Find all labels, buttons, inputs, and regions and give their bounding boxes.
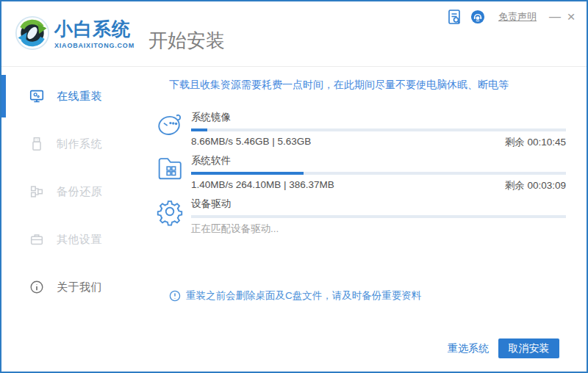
progress-fill (191, 172, 304, 175)
sidebar-item-make-system[interactable]: 制作系统 (1, 120, 148, 167)
exclamation-circle-icon (169, 290, 181, 302)
progress-bar (191, 172, 566, 175)
mascot-face-icon (154, 109, 185, 140)
progress-fill (191, 128, 207, 131)
backup-note: 重装之前会删除桌面及C盘文件，请及时备份重要资料 (169, 289, 421, 303)
task-row-system-image: 系统镜像 8.66MB/s 5.46GB | 5.63GB 剩余 00:10:4… (148, 108, 575, 151)
sidebar-item-label: 制作系统 (57, 137, 102, 151)
toolbox-icon (29, 231, 45, 247)
sidebar-item-other-settings[interactable]: 其他设置 (1, 216, 148, 263)
monitor-icon (29, 88, 45, 104)
gear-icon (154, 196, 185, 227)
minimize-button[interactable]: — (547, 9, 563, 25)
download-notice: 下载且收集资源需要耗费一点时间，在此期间尽量不要使电脑休眠、断电等 (169, 79, 581, 92)
progress-bar (191, 215, 566, 218)
task-remaining: 剩余 00:03:09 (505, 179, 566, 192)
brand-name: 小白系统 (54, 18, 135, 40)
brand-logo-icon (15, 15, 50, 51)
cancel-install-button[interactable]: 取消安装 (498, 338, 559, 358)
reselect-system-button[interactable]: 重选系统 (448, 342, 489, 355)
backup-blocks-icon (29, 184, 45, 200)
sidebar-item-label: 关于我们 (57, 280, 102, 294)
log-viewer-icon[interactable] (447, 9, 462, 25)
task-stats: 8.66MB/s 5.46GB | 5.63GB (191, 136, 311, 149)
brand-block: 小白系统 XIAOBAIXITONG.COM (54, 18, 135, 49)
header: 小白系统 XIAOBAIXITONG.COM 开始安装 (1, 1, 587, 67)
header-controls: 免责声明 — × (447, 8, 579, 26)
task-stats: 1.40MB/s 264.10MB | 386.37MB (191, 179, 334, 192)
task-name: 系统软件 (191, 151, 575, 167)
task-row-system-software: 系统软件 1.40MB/s 264.10MB | 386.37MB 剩余 00:… (148, 151, 575, 194)
sidebar-item-online-reinstall[interactable]: 在线重装 (1, 73, 148, 120)
disclaimer-link[interactable]: 免责声明 (498, 10, 537, 23)
task-name: 设备驱动 (191, 195, 575, 211)
task-status: 正在匹配设备驱动... (191, 222, 279, 236)
sidebar-item-label: 其他设置 (57, 233, 102, 247)
info-circle-icon (29, 279, 45, 295)
usb-drive-icon (29, 136, 45, 152)
task-remaining: 剩余 00:10:45 (505, 136, 566, 149)
backup-note-text: 重装之前会删除桌面及C盘文件，请及时备份重要资料 (186, 289, 421, 303)
sidebar-item-about-us[interactable]: 关于我们 (1, 264, 148, 311)
page-title: 开始安装 (148, 28, 225, 54)
customer-support-icon[interactable] (470, 9, 485, 25)
progress-bar (191, 128, 566, 131)
task-row-device-driver: 设备驱动 正在匹配设备驱动... (148, 195, 575, 237)
task-name: 系统镜像 (191, 108, 575, 124)
folder-apps-icon (154, 153, 185, 184)
app-window: 小白系统 XIAOBAIXITONG.COM 开始安装 (0, 0, 588, 373)
close-button[interactable]: × (563, 9, 579, 25)
sidebar-item-backup-restore[interactable]: 备份还原 (1, 168, 148, 215)
sidebar-item-label: 备份还原 (57, 185, 102, 199)
sidebar: 在线重装 制作系统 备份还原 (1, 67, 148, 372)
brand-domain: XIAOBAIXITONG.COM (54, 42, 135, 49)
sidebar-item-label: 在线重装 (57, 90, 102, 104)
